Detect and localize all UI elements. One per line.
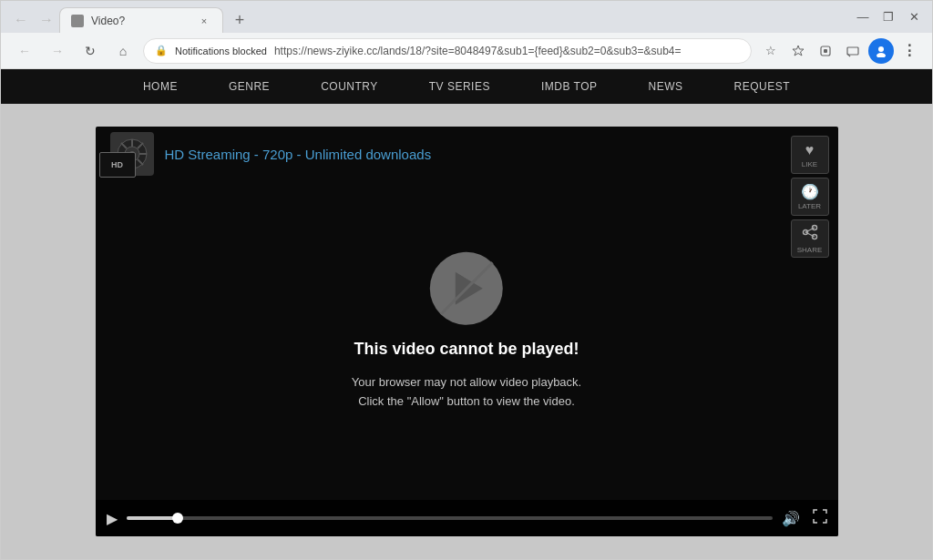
nav-home[interactable]: HOME <box>118 69 203 104</box>
new-tab-btn[interactable]: + <box>227 7 252 33</box>
tab-favicon <box>71 15 84 27</box>
refresh-btn[interactable]: ↻ <box>77 38 103 64</box>
svg-rect-4 <box>847 47 858 55</box>
video-film-icon: HD <box>110 132 154 176</box>
video-error-line2: Click the "Allow" button to view the vid… <box>358 394 575 408</box>
close-btn[interactable]: ✕ <box>903 6 925 28</box>
svg-point-7 <box>877 53 886 57</box>
url-text: https://news-ziyike.cc/lands/18/?site=80… <box>274 45 682 57</box>
nav-tv-series[interactable]: TV SERIES <box>404 69 516 104</box>
maximize-btn[interactable]: ❐ <box>877 6 899 28</box>
nav-country[interactable]: COUNTRY <box>295 69 404 104</box>
tab-close-btn[interactable]: × <box>197 14 211 28</box>
tab-title: Video? <box>91 15 190 27</box>
window-controls: — ❐ ✕ <box>852 6 925 28</box>
site-navigation: HOME GENRE COUNTRY TV SERIES IMDB TOP NE… <box>1 69 932 104</box>
share-label: SHARE <box>797 246 823 254</box>
browser-frame: ← → Video? × + — ❐ ✕ ← → ↻ ⌂ 🔒 Notificat… <box>0 0 933 560</box>
later-btn[interactable]: 🕐 LATER <box>791 178 829 216</box>
forward-btn[interactable]: → <box>45 38 70 64</box>
address-bar: ← → ↻ ⌂ 🔒 Notifications blocked https://… <box>1 33 932 69</box>
play-btn[interactable]: ▶ <box>107 510 118 527</box>
progress-filled <box>127 516 179 520</box>
back-btn[interactable]: ← <box>12 38 37 64</box>
svg-point-0 <box>74 17 81 25</box>
nav-imdb-top[interactable]: IMDB TOP <box>516 69 623 104</box>
fullscreen-btn[interactable] <box>813 509 827 527</box>
video-error-title: This video cannot be played! <box>354 340 579 359</box>
share-btn[interactable]: SHARE <box>791 219 829 258</box>
url-bar[interactable]: 🔒 Notifications blocked https://news-ziy… <box>143 38 752 64</box>
progress-bar[interactable] <box>127 516 773 520</box>
hd-badge: HD <box>99 152 136 178</box>
video-header: HD HD Streaming - 720p - Unlimited downl… <box>96 127 838 181</box>
lock-icon: 🔒 <box>155 45 168 56</box>
progress-thumb[interactable] <box>172 513 183 524</box>
video-error-display: This video cannot be played! Your browse… <box>352 252 581 412</box>
tab-bar: ← → Video? × + <box>8 1 845 33</box>
volume-btn[interactable]: 🔊 <box>782 510 800 527</box>
svg-rect-3 <box>824 49 827 53</box>
home-btn[interactable]: ⌂ <box>110 38 136 64</box>
clock-icon: 🕐 <box>801 183 819 200</box>
nav-news[interactable]: NEWS <box>623 69 709 104</box>
history-back-btn[interactable]: ← <box>8 7 34 33</box>
video-controls: ▶ 🔊 <box>96 500 838 536</box>
chrome-menu-btn[interactable]: ⋮ <box>897 39 921 63</box>
content-area: HD HD Streaming - 720p - Unlimited downl… <box>1 104 932 559</box>
extension-star-btn[interactable] <box>786 39 810 63</box>
svg-marker-1 <box>793 46 804 56</box>
extension-puzzle-btn[interactable] <box>814 39 837 63</box>
browser-tab[interactable]: Video? × <box>59 7 223 33</box>
profile-avatar[interactable] <box>868 38 894 64</box>
minimize-btn[interactable]: — <box>852 6 874 28</box>
nav-request[interactable]: REQUEST <box>709 69 816 104</box>
play-blocked-icon <box>430 252 503 325</box>
cast-btn[interactable] <box>841 39 865 63</box>
later-label: LATER <box>798 202 821 210</box>
block-diagonal-line <box>440 261 494 315</box>
title-bar: ← → Video? × + — ❐ ✕ <box>1 1 932 33</box>
svg-point-6 <box>878 46 884 52</box>
bookmark-btn[interactable]: ☆ <box>759 39 783 63</box>
history-forward-btn[interactable]: → <box>34 7 59 33</box>
video-player[interactable]: HD HD Streaming - 720p - Unlimited downl… <box>96 127 838 536</box>
nav-genre[interactable]: GENRE <box>203 69 295 104</box>
video-error-message: Your browser may not allow video playbac… <box>352 373 581 412</box>
share-icon <box>802 224 818 244</box>
video-title: HD Streaming - 720p - Unlimited download… <box>165 147 432 162</box>
video-error-line1: Your browser may not allow video playbac… <box>352 375 581 389</box>
url-actions: ☆ ⋮ <box>759 38 921 64</box>
notifications-blocked-label: Notifications blocked <box>175 46 267 56</box>
